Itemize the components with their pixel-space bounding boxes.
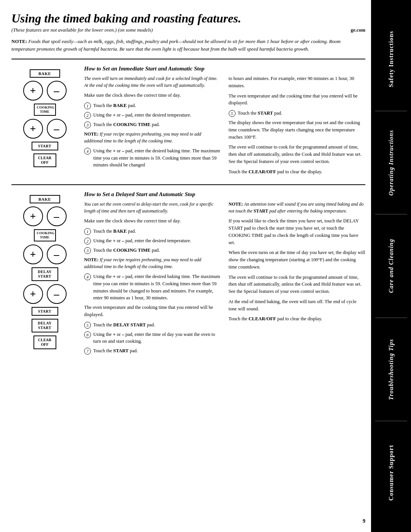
- note-label: NOTE:: [11, 38, 27, 44]
- minus-button-5[interactable]: –: [47, 284, 67, 304]
- delay-start-button-2[interactable]: DELAY START: [32, 319, 58, 332]
- step-text-2: Using the + or – pad, enter the desired …: [93, 112, 221, 119]
- step2-num-5: 5: [84, 322, 91, 329]
- plus-minus-row-1: + –: [23, 81, 67, 101]
- step2-num-2: 2: [84, 238, 91, 244]
- plus-minus-row-2: + –: [23, 119, 67, 139]
- step2-text-4: Using the + or – pad, enter the desired …: [93, 273, 221, 302]
- step-1-1: 1 Touch the BAKE pad.: [84, 102, 221, 109]
- plus-minus-row-5: + –: [23, 284, 67, 304]
- section2-two-col: You can set the oven control to delay-st…: [84, 201, 365, 357]
- section2-right-body4: At the end of timed baking, the oven wil…: [229, 298, 366, 313]
- step2-text-2: Using the + or – pad, enter the desired …: [93, 237, 221, 244]
- section2-right-body3: The oven will continue to cook for the p…: [229, 274, 366, 295]
- step-2-6: 6 Using the + or – pad, enter the time o…: [84, 331, 221, 345]
- step2-num-1: 1: [84, 228, 91, 235]
- sidebar-label-consumer: Consumer Support: [388, 445, 395, 501]
- step-2-2: 2 Using the + or – pad, enter the desire…: [84, 237, 221, 244]
- section1-two-col: The oven will turn on immediately and co…: [84, 75, 365, 178]
- section2-right-body1: If you would like to check the times you…: [229, 217, 366, 246]
- control-diagram-1: BAKE + – COOKING TIME + – START CLEAR OF…: [11, 66, 78, 178]
- step-num-4: 4: [84, 148, 91, 155]
- step-num-1: 1: [84, 102, 91, 109]
- step-text-4: Using the + or – pad, enter the desired …: [93, 147, 221, 169]
- section2-left-body2: The oven temperature and the cooking tim…: [84, 304, 221, 318]
- clear-off-button-2[interactable]: CLEAR OFF: [33, 335, 56, 349]
- start-button-1[interactable]: START: [32, 142, 58, 150]
- section2-right: NOTE: An attention tone will sound if yo…: [229, 201, 366, 357]
- sidebar-section-troubleshooting: Troubleshooting Tips: [388, 318, 395, 421]
- step-1-4: 4 Using the + or – pad, enter the desire…: [84, 147, 221, 169]
- step2-num-7: 7: [84, 348, 91, 355]
- section2-note: NOTE: If your recipe requires preheating…: [84, 256, 221, 270]
- control-diagram-2: BAKE + – COOKING TIME + – DELAY START + …: [11, 191, 78, 357]
- section2-intro: You can set the oven control to delay-st…: [84, 201, 221, 214]
- plus-button-2[interactable]: +: [23, 119, 43, 139]
- start-button-2[interactable]: START: [32, 307, 58, 316]
- section1-right: to hours and minutes. For example, enter…: [229, 75, 366, 178]
- step2-num-4: 4: [84, 273, 91, 280]
- minus-button-1[interactable]: –: [47, 81, 67, 101]
- step2-text-6: Using the + or – pad, enter the time of …: [93, 331, 221, 345]
- page-number: 9: [363, 518, 365, 524]
- sidebar-section-safety: Safety Instructions: [388, 8, 395, 111]
- section1-right-body2: The oven temperature and the cooking tim…: [229, 93, 366, 107]
- main-content: Using the timed baking and roasting feat…: [0, 0, 411, 374]
- step2-num-6: 6: [84, 331, 91, 338]
- ge-com-label: ge.com: [350, 27, 365, 33]
- step2-text-1: Touch the BAKE pad.: [93, 228, 221, 235]
- section2-left: You can set the oven control to delay-st…: [84, 201, 221, 357]
- plus-minus-row-3: + –: [23, 206, 67, 226]
- section1-note: NOTE: If your recipe requires preheating…: [84, 131, 221, 144]
- cooking-time-button-2[interactable]: COOKING TIME: [34, 229, 56, 241]
- section2-right-body5: Touch the CLEAR/OFF pad to clear the dis…: [229, 315, 366, 323]
- step-2-3: 3 Touch the COOKING TIME pad.: [84, 247, 221, 254]
- section1-instructions: How to Set an Immediate Start and Automa…: [84, 66, 365, 178]
- section1-intro: The oven will turn on immediately and co…: [84, 75, 221, 89]
- subtitle-row: (These features are not available for th…: [11, 27, 365, 33]
- section1-heading: How to Set an Immediate Start and Automa…: [84, 66, 365, 72]
- step-num-2: 2: [84, 112, 91, 119]
- step-text-5: Touch the START pad.: [238, 110, 366, 117]
- section2-body1: Make sure the clock shows the correct ti…: [84, 217, 221, 225]
- step-2-1: 1 Touch the BAKE pad.: [84, 228, 221, 235]
- step2-text-7: Touch the START pad.: [93, 347, 221, 355]
- plus-button-5[interactable]: +: [23, 284, 43, 304]
- sidebar-section-operating: Operating Instructions: [388, 111, 395, 214]
- section1-body1: Make sure the clock shows the correct ti…: [84, 92, 221, 99]
- step-num-3: 3: [84, 121, 91, 128]
- step-2-7: 7 Touch the START pad.: [84, 347, 221, 355]
- step2-text-5: Touch the DELAY START pad.: [93, 321, 221, 329]
- sidebar-section-consumer: Consumer Support: [388, 421, 395, 524]
- bake-button-2[interactable]: BAKE: [30, 195, 60, 203]
- plus-button-4[interactable]: +: [23, 244, 43, 264]
- step-text-1: Touch the BAKE pad.: [93, 102, 221, 109]
- plus-button-1[interactable]: +: [23, 81, 43, 101]
- minus-button-2[interactable]: –: [47, 119, 67, 139]
- step2-num-3: 3: [84, 247, 91, 254]
- step-2-4: 4 Using the + or – pad, enter the desire…: [84, 273, 221, 302]
- sidebar-label-operating: Operating Instructions: [388, 130, 395, 196]
- step-1-2: 2 Using the + or – pad, enter the desire…: [84, 112, 221, 119]
- minus-button-4[interactable]: –: [47, 244, 67, 264]
- bake-button-1[interactable]: BAKE: [30, 69, 60, 78]
- clear-off-button-1[interactable]: CLEAR OFF: [33, 153, 56, 167]
- section1-right-body5: Touch the CLEAR/OFF pad to clear the dis…: [229, 168, 366, 176]
- minus-button-3[interactable]: –: [47, 206, 67, 226]
- cooking-time-button-1[interactable]: COOKING TIME: [34, 104, 56, 116]
- step-1-3: 3 Touch the COOKING TIME pad.: [84, 121, 221, 128]
- section1-right-body4: The oven will continue to cook for the p…: [229, 144, 366, 165]
- sidebar-label-care: Care and Cleaning: [388, 239, 395, 293]
- section1-right-body1: to hours and minutes. For example, enter…: [229, 75, 366, 89]
- plus-button-3[interactable]: +: [23, 206, 43, 226]
- section2-right-note: NOTE: An attention tone will sound if yo…: [229, 201, 366, 214]
- note-block: NOTE: Foods that spoil easily—such as mi…: [11, 38, 365, 53]
- section1-right-body3: The display shows the oven temperature t…: [229, 119, 366, 141]
- note-text: Foods that spoil easily—such as milk, eg…: [11, 38, 341, 52]
- step-2-5: 5 Touch the DELAY START pad.: [84, 321, 221, 329]
- sidebar-label-troubleshooting: Troubleshooting Tips: [388, 339, 395, 400]
- step-num-5: 5: [229, 110, 236, 117]
- section1-left: The oven will turn on immediately and co…: [84, 75, 221, 178]
- section2-right-body2: When the oven turns on at the time of da…: [229, 249, 366, 270]
- delay-start-button-1[interactable]: DELAY START: [32, 267, 58, 281]
